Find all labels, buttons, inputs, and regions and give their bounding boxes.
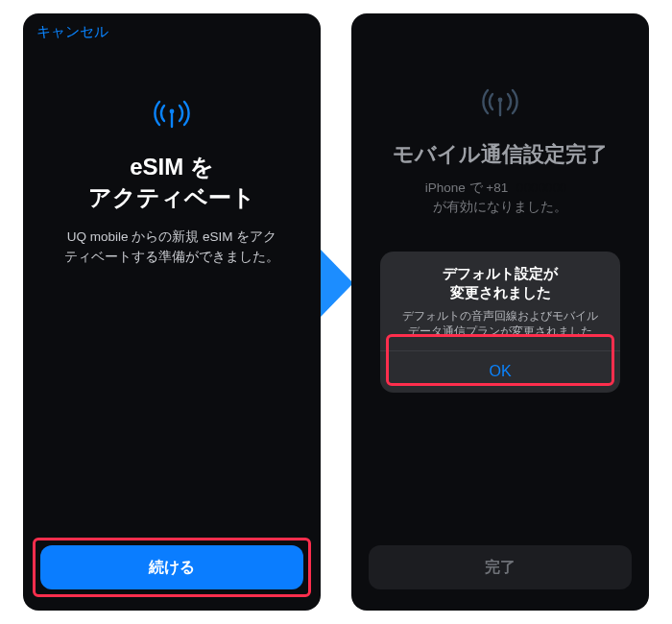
sub-line: が有効になりました。: [433, 200, 567, 214]
page-title: モバイル通信設定完了: [351, 140, 649, 169]
page-subtitle: iPhone で +810000000 が有効になりました。: [351, 169, 649, 218]
screen-setup-complete: モバイル通信設定完了 iPhone で +810000000 が有効になりました…: [351, 13, 649, 611]
desc-line: ティベートする準備ができました。: [64, 250, 279, 264]
alert-title: デフォルト設定が 変更されました: [394, 265, 607, 302]
svg-marker-2: [321, 250, 353, 317]
alert-msg-line: デフォルトの音声回線およびモバイル: [402, 310, 598, 322]
nav-bar: キャンセル: [23, 13, 321, 52]
alert-ok-button[interactable]: OK: [380, 351, 620, 393]
alert-dialog: デフォルト設定が 変更されました デフォルトの音声回線およびモバイル データ通信…: [380, 252, 620, 393]
page-title: eSIM を アクティベート: [23, 152, 321, 214]
alert-title-line: デフォルト設定が: [443, 266, 558, 281]
desc-line: UQ mobile からの新規 eSIM をアク: [67, 229, 277, 244]
done-button[interactable]: 完了: [369, 545, 632, 589]
alert-msg-line: データ通信プランが変更されました: [408, 325, 592, 337]
continue-button-label: 続ける: [149, 558, 195, 578]
page-description: UQ mobile からの新規 eSIM をアク ティベートする準備ができました…: [23, 214, 321, 268]
alert-title-line: 変更されました: [450, 285, 551, 300]
antenna-icon: [153, 94, 191, 132]
cancel-button[interactable]: キャンセル: [36, 23, 108, 39]
title-line: eSIM を: [130, 154, 214, 180]
continue-button[interactable]: 続ける: [40, 545, 303, 589]
done-button-label: 完了: [485, 558, 516, 578]
sub-line: iPhone で +81: [425, 180, 508, 195]
redacted-phone-number: 0000000: [508, 179, 575, 198]
title-line: アクティベート: [88, 184, 255, 210]
alert-message: デフォルトの音声回線およびモバイル データ通信プランが変更されました: [394, 302, 607, 339]
screen-activate-esim: キャンセル eSIM を アクティベート UQ mobile からの新規 eSI…: [23, 13, 321, 611]
antenna-icon: [481, 83, 519, 121]
